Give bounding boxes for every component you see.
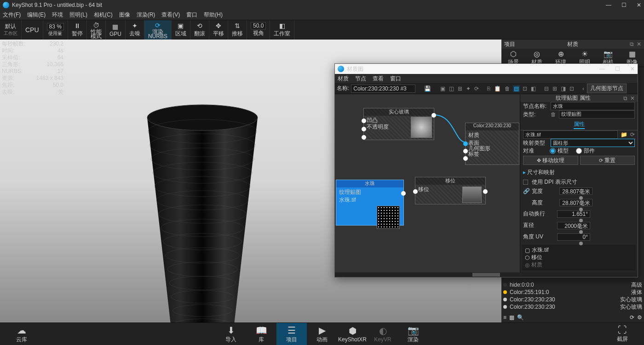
reload-icon[interactable]: ⟳ xyxy=(630,131,635,138)
material-row[interactable]: hide:0:0:0高级 xyxy=(503,281,642,288)
align-model-radio[interactable] xyxy=(550,148,556,154)
tb-icon[interactable]: ⊞ xyxy=(552,85,558,92)
menu-help[interactable]: 帮助(H) xyxy=(204,11,223,19)
mg-close-button[interactable]: ✕ xyxy=(630,66,635,72)
animation-button[interactable]: ▶动画 xyxy=(307,323,337,345)
folder-icon[interactable]: 📁 xyxy=(621,131,627,138)
node-texture[interactable]: 水珠 纹理贴图 水珠.tif xyxy=(336,180,404,226)
trash-icon[interactable]: 🗑 xyxy=(551,111,556,118)
list-icon[interactable]: ≡ xyxy=(503,314,506,321)
menu-light[interactable]: 照明(L) xyxy=(69,11,87,19)
reset-button[interactable]: ⟳ 重置 xyxy=(580,156,635,165)
render-button[interactable]: 📷渲染 xyxy=(398,323,428,345)
geo-nodes-button[interactable]: 几何图形节点 xyxy=(587,84,627,93)
tree-item[interactable]: ◎ 材质 xyxy=(525,261,633,269)
keyvr-button[interactable]: ◐KeyVR xyxy=(368,323,398,345)
menu-env[interactable]: 环境 xyxy=(52,11,63,19)
mg-name-input[interactable] xyxy=(351,85,415,93)
mg-maximize-button[interactable]: ☐ xyxy=(615,66,620,72)
mg-menu-window[interactable]: 窗口 xyxy=(390,75,401,83)
diameter-input[interactable]: 2000毫米 xyxy=(557,222,590,229)
tb-icon[interactable]: ⊞ xyxy=(457,85,463,92)
mg-menu-view[interactable]: 查看 xyxy=(373,75,384,83)
tb-icon[interactable]: ◫ xyxy=(448,85,455,92)
tb-icon[interactable]: ⊡ xyxy=(569,85,575,92)
node-canvas[interactable]: 实心玻璃 凹凸 不透明度 Color:230:230:230 材质 表面 几何图… xyxy=(335,94,520,272)
cloud-library-button[interactable]: ☁云库 xyxy=(6,323,37,345)
expand-icon[interactable]: ‹ xyxy=(581,85,585,92)
screenshot-button[interactable]: ⛶截屏 xyxy=(607,323,638,345)
popout-icon[interactable]: ⧉ xyxy=(630,41,634,47)
tumble-button[interactable]: ⟲翻滚 xyxy=(190,20,209,40)
search-icon[interactable]: 🔍 xyxy=(517,314,524,321)
fov-input[interactable]: 50.0视角 xyxy=(247,20,270,40)
mg-scrollbar[interactable] xyxy=(335,272,638,277)
port-surface[interactable] xyxy=(463,141,468,146)
menu-edit[interactable]: 编辑(E) xyxy=(27,11,46,19)
menu-render[interactable]: 渲染(R) xyxy=(137,11,155,19)
mg-minimize-button[interactable]: — xyxy=(599,66,605,72)
mg-menu-material[interactable]: 材质 xyxy=(338,75,349,83)
width-input[interactable]: 28.807毫米 xyxy=(559,187,592,195)
file-path-input[interactable] xyxy=(523,130,618,139)
attr-tab[interactable]: 属性 xyxy=(574,121,585,129)
refresh-list-icon[interactable]: ⟳ xyxy=(630,314,634,321)
material-row[interactable]: Color:230:230:230实心玻璃 xyxy=(503,296,642,303)
port[interactable] xyxy=(362,135,366,140)
menu-image[interactable]: 图像 xyxy=(119,11,130,19)
node-name-input[interactable] xyxy=(551,102,635,110)
menu-window[interactable]: 窗口 xyxy=(186,11,197,19)
dpi-checkbox[interactable] xyxy=(523,180,528,185)
cpu-usage[interactable]: 83 % 使用量 xyxy=(43,20,68,40)
nurbs-button[interactable]: ⟳渲染 NURBS xyxy=(144,20,172,40)
port[interactable] xyxy=(362,119,366,123)
preset-dropdown[interactable]: 默认 工作区 xyxy=(0,20,22,40)
mg-titlebar[interactable]: 材质图 — ☐ ✕ xyxy=(335,64,638,74)
cpu-button[interactable]: CPU xyxy=(22,20,43,40)
node-displacement[interactable]: 移位 移位 xyxy=(415,177,486,204)
active-tool-icon[interactable]: ▤ xyxy=(513,85,520,92)
import-button[interactable]: ⬇导入 xyxy=(216,323,246,345)
link-icon[interactable]: 🔗 xyxy=(523,188,530,194)
port[interactable] xyxy=(463,149,468,153)
props-close-icon[interactable]: ✕ xyxy=(630,95,635,102)
gpu-button[interactable]: ▦GPU xyxy=(106,20,126,40)
copy-icon[interactable]: ⎘ xyxy=(486,85,491,92)
tb-icon[interactable]: ⊟ xyxy=(543,85,550,92)
tb-icon[interactable]: ✦ xyxy=(465,85,472,92)
port-out[interactable] xyxy=(401,191,406,196)
dolly-button[interactable]: ⇅推移 xyxy=(228,20,247,40)
type-dropdown[interactable]: 纹理贴图 xyxy=(559,110,635,119)
studio-button[interactable]: ◧工作室 xyxy=(270,20,294,40)
settings-icon[interactable]: ⚙ xyxy=(637,314,642,321)
auto-input[interactable]: 1.651° xyxy=(557,210,590,218)
close-button[interactable]: ✕ xyxy=(637,2,641,8)
denoise-a-button[interactable]: ✦去噪 xyxy=(126,20,144,40)
grid-icon[interactable]: ▦ xyxy=(509,314,514,321)
node-glass[interactable]: 实心玻璃 凹凸 不透明度 xyxy=(363,108,434,140)
menu-file[interactable]: 文件(F) xyxy=(3,11,21,19)
project-button[interactable]: ☰项目 xyxy=(276,323,307,345)
panel-close-icon[interactable]: ✕ xyxy=(637,41,641,47)
tb-icon[interactable]: ▣ xyxy=(439,85,446,92)
tb-icon[interactable]: ⊡ xyxy=(522,85,528,92)
tree-item[interactable]: ⬡ 移位 xyxy=(525,254,633,261)
library-button[interactable]: 📖库 xyxy=(246,323,276,345)
tree-item[interactable]: ▢ 水珠.tif xyxy=(525,247,633,254)
minimize-button[interactable]: — xyxy=(606,2,611,8)
tb-icon[interactable]: ◧ xyxy=(530,85,537,92)
port-out[interactable] xyxy=(431,113,436,118)
port[interactable] xyxy=(362,127,366,131)
menu-view[interactable]: 查看(V) xyxy=(161,11,180,19)
props-popout-icon[interactable]: ⧉ xyxy=(623,95,627,102)
height-input[interactable]: 28.807毫米 xyxy=(559,199,592,206)
mg-menu-node[interactable]: 节点 xyxy=(355,75,366,83)
pause-button[interactable]: ⏸暂停 xyxy=(68,20,87,40)
delete-icon[interactable]: 🗑 xyxy=(504,85,511,92)
material-row[interactable]: Color:255:191:0液体 xyxy=(503,288,642,296)
pan-button[interactable]: ✥平移 xyxy=(209,20,228,40)
node-material[interactable]: Color:230:230:230 材质 表面 几何图形 标签 xyxy=(465,123,519,165)
perf-mode-button[interactable]: ⏱性能 模式 xyxy=(87,20,106,40)
tb-icon[interactable]: ⟳ xyxy=(473,85,480,92)
maximize-button[interactable]: ☐ xyxy=(621,2,627,8)
